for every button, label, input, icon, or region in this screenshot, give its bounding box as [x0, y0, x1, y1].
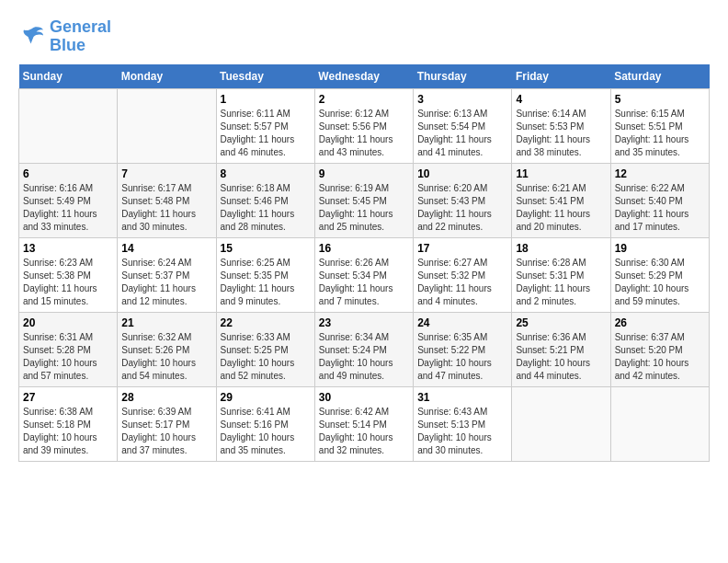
- weekday-header: Tuesday: [216, 64, 314, 89]
- day-info: Sunrise: 6:42 AMSunset: 5:14 PMDaylight:…: [319, 406, 409, 457]
- calendar-cell: 20 Sunrise: 6:31 AMSunset: 5:28 PMDaylig…: [19, 312, 118, 386]
- day-info: Sunrise: 6:30 AMSunset: 5:29 PMDaylight:…: [615, 257, 705, 308]
- day-info: Sunrise: 6:11 AMSunset: 5:57 PMDaylight:…: [221, 108, 311, 159]
- day-number: 8: [221, 167, 311, 180]
- calendar-cell: 25 Sunrise: 6:36 AMSunset: 5:21 PMDaylig…: [512, 312, 610, 386]
- calendar-cell: [19, 88, 118, 163]
- day-number: 18: [516, 242, 606, 255]
- calendar-cell: 13 Sunrise: 6:23 AMSunset: 5:38 PMDaylig…: [19, 237, 118, 312]
- day-number: 21: [121, 316, 211, 329]
- day-info: Sunrise: 6:36 AMSunset: 5:21 PMDaylight:…: [516, 331, 606, 383]
- day-info: Sunrise: 6:21 AMSunset: 5:41 PMDaylight:…: [516, 182, 606, 234]
- calendar-week-row: 20 Sunrise: 6:31 AMSunset: 5:28 PMDaylig…: [19, 312, 710, 386]
- calendar-cell: 10 Sunrise: 6:20 AMSunset: 5:43 PMDaylig…: [414, 163, 512, 237]
- calendar-cell: 9 Sunrise: 6:19 AMSunset: 5:45 PMDayligh…: [314, 163, 413, 237]
- day-info: Sunrise: 6:14 AMSunset: 5:53 PMDaylight:…: [516, 108, 606, 159]
- weekday-header: Friday: [512, 64, 610, 89]
- calendar-cell: 17 Sunrise: 6:27 AMSunset: 5:32 PMDaylig…: [414, 237, 512, 312]
- day-info: Sunrise: 6:17 AMSunset: 5:48 PMDaylight:…: [121, 182, 211, 234]
- day-number: 24: [417, 316, 507, 329]
- day-number: 15: [221, 242, 311, 255]
- day-info: Sunrise: 6:35 AMSunset: 5:22 PMDaylight:…: [417, 331, 507, 383]
- day-info: Sunrise: 6:24 AMSunset: 5:37 PMDaylight:…: [121, 257, 211, 308]
- day-info: Sunrise: 6:15 AMSunset: 5:51 PMDaylight:…: [615, 108, 705, 159]
- calendar-cell: 15 Sunrise: 6:25 AMSunset: 5:35 PMDaylig…: [216, 237, 314, 312]
- day-info: Sunrise: 6:22 AMSunset: 5:40 PMDaylight:…: [615, 182, 705, 234]
- day-number: 9: [319, 167, 409, 180]
- weekday-header: Sunday: [19, 64, 118, 89]
- day-number: 12: [615, 167, 705, 180]
- day-number: 3: [417, 93, 507, 106]
- calendar-cell: 28 Sunrise: 6:39 AMSunset: 5:17 PMDaylig…: [118, 386, 216, 461]
- calendar-cell: 2 Sunrise: 6:12 AMSunset: 5:56 PMDayligh…: [314, 88, 413, 163]
- day-number: 1: [221, 93, 311, 106]
- logo-text-blue: Blue: [50, 37, 111, 55]
- calendar-cell: 7 Sunrise: 6:17 AMSunset: 5:48 PMDayligh…: [118, 163, 216, 237]
- logo-icon: [18, 23, 46, 51]
- day-number: 22: [221, 316, 311, 329]
- day-number: 29: [221, 391, 311, 404]
- day-info: Sunrise: 6:41 AMSunset: 5:16 PMDaylight:…: [221, 406, 311, 457]
- day-info: Sunrise: 6:38 AMSunset: 5:18 PMDaylight:…: [23, 406, 113, 457]
- day-info: Sunrise: 6:26 AMSunset: 5:34 PMDaylight:…: [319, 257, 409, 308]
- logo-text-general: General: [50, 18, 111, 37]
- calendar-week-row: 13 Sunrise: 6:23 AMSunset: 5:38 PMDaylig…: [19, 237, 710, 312]
- calendar-cell: 14 Sunrise: 6:24 AMSunset: 5:37 PMDaylig…: [118, 237, 216, 312]
- calendar-cell: 26 Sunrise: 6:37 AMSunset: 5:20 PMDaylig…: [610, 312, 709, 386]
- weekday-header: Thursday: [414, 64, 512, 89]
- calendar-cell: 6 Sunrise: 6:16 AMSunset: 5:49 PMDayligh…: [19, 163, 118, 237]
- calendar-table: SundayMondayTuesdayWednesdayThursdayFrid…: [18, 64, 710, 462]
- day-number: 4: [516, 93, 606, 106]
- day-number: 11: [516, 167, 606, 180]
- logo: General Blue: [18, 18, 111, 55]
- day-info: Sunrise: 6:18 AMSunset: 5:46 PMDaylight:…: [221, 182, 311, 234]
- day-number: 31: [417, 391, 507, 404]
- calendar-cell: 23 Sunrise: 6:34 AMSunset: 5:24 PMDaylig…: [314, 312, 413, 386]
- calendar-week-row: 1 Sunrise: 6:11 AMSunset: 5:57 PMDayligh…: [19, 88, 710, 163]
- calendar-cell: 29 Sunrise: 6:41 AMSunset: 5:16 PMDaylig…: [216, 386, 314, 461]
- day-info: Sunrise: 6:13 AMSunset: 5:54 PMDaylight:…: [417, 108, 507, 159]
- weekday-header: Saturday: [610, 64, 709, 89]
- day-info: Sunrise: 6:12 AMSunset: 5:56 PMDaylight:…: [319, 108, 409, 159]
- day-number: 23: [319, 316, 409, 329]
- day-number: 14: [121, 242, 211, 255]
- calendar-cell: 4 Sunrise: 6:14 AMSunset: 5:53 PMDayligh…: [512, 88, 610, 163]
- calendar-cell: [512, 386, 610, 461]
- day-info: Sunrise: 6:31 AMSunset: 5:28 PMDaylight:…: [23, 331, 113, 383]
- calendar-week-row: 6 Sunrise: 6:16 AMSunset: 5:49 PMDayligh…: [19, 163, 710, 237]
- day-number: 10: [417, 167, 507, 180]
- day-info: Sunrise: 6:28 AMSunset: 5:31 PMDaylight:…: [516, 257, 606, 308]
- calendar-cell: 8 Sunrise: 6:18 AMSunset: 5:46 PMDayligh…: [216, 163, 314, 237]
- calendar-cell: 19 Sunrise: 6:30 AMSunset: 5:29 PMDaylig…: [610, 237, 709, 312]
- calendar-cell: 27 Sunrise: 6:38 AMSunset: 5:18 PMDaylig…: [19, 386, 118, 461]
- day-info: Sunrise: 6:23 AMSunset: 5:38 PMDaylight:…: [23, 257, 113, 308]
- day-number: 5: [615, 93, 705, 106]
- calendar-cell: 31 Sunrise: 6:43 AMSunset: 5:13 PMDaylig…: [414, 386, 512, 461]
- day-info: Sunrise: 6:27 AMSunset: 5:32 PMDaylight:…: [417, 257, 507, 308]
- day-number: 13: [23, 242, 113, 255]
- day-number: 28: [121, 391, 211, 404]
- day-info: Sunrise: 6:37 AMSunset: 5:20 PMDaylight:…: [615, 331, 705, 383]
- day-info: Sunrise: 6:16 AMSunset: 5:49 PMDaylight:…: [23, 182, 113, 234]
- calendar-cell: 24 Sunrise: 6:35 AMSunset: 5:22 PMDaylig…: [414, 312, 512, 386]
- day-number: 7: [121, 167, 211, 180]
- calendar-cell: 3 Sunrise: 6:13 AMSunset: 5:54 PMDayligh…: [414, 88, 512, 163]
- calendar-cell: 5 Sunrise: 6:15 AMSunset: 5:51 PMDayligh…: [610, 88, 709, 163]
- calendar-week-row: 27 Sunrise: 6:38 AMSunset: 5:18 PMDaylig…: [19, 386, 710, 461]
- day-number: 2: [319, 93, 409, 106]
- calendar-cell: 16 Sunrise: 6:26 AMSunset: 5:34 PMDaylig…: [314, 237, 413, 312]
- day-number: 20: [23, 316, 113, 329]
- calendar-cell: 1 Sunrise: 6:11 AMSunset: 5:57 PMDayligh…: [216, 88, 314, 163]
- calendar-cell: 22 Sunrise: 6:33 AMSunset: 5:25 PMDaylig…: [216, 312, 314, 386]
- day-info: Sunrise: 6:43 AMSunset: 5:13 PMDaylight:…: [417, 406, 507, 457]
- weekday-header: Wednesday: [314, 64, 413, 89]
- day-number: 16: [319, 242, 409, 255]
- day-number: 30: [319, 391, 409, 404]
- day-info: Sunrise: 6:34 AMSunset: 5:24 PMDaylight:…: [319, 331, 409, 383]
- day-number: 17: [417, 242, 507, 255]
- calendar-cell: 12 Sunrise: 6:22 AMSunset: 5:40 PMDaylig…: [610, 163, 709, 237]
- weekday-header-row: SundayMondayTuesdayWednesdayThursdayFrid…: [19, 64, 710, 89]
- calendar-cell: 21 Sunrise: 6:32 AMSunset: 5:26 PMDaylig…: [118, 312, 216, 386]
- day-number: 6: [23, 167, 113, 180]
- day-number: 26: [615, 316, 705, 329]
